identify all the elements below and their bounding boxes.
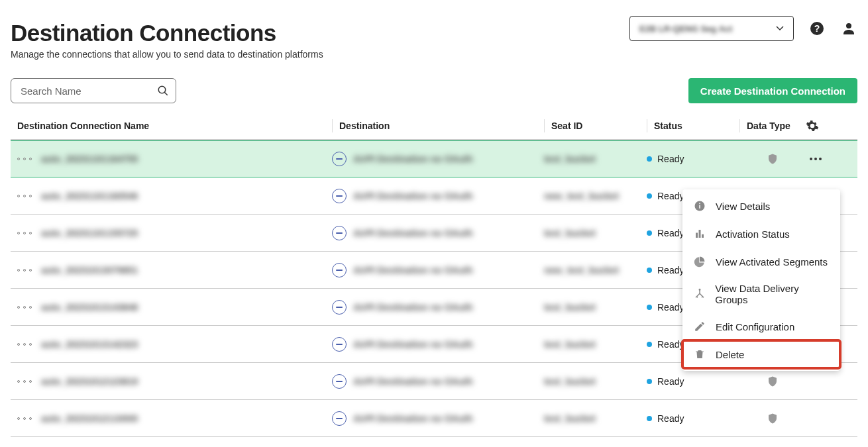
destination-label: AirPI Destination no OAuth [353,154,472,164]
menu-view-details[interactable]: View Details [682,192,840,220]
status-label: Ready [657,191,684,201]
menu-activation-status[interactable]: Activation Status [682,220,840,248]
table-row[interactable]: auto_20231012110000 AirPI Destination no… [11,400,857,437]
menu-view-activated-segments[interactable]: View Activated Segments [682,248,840,275]
seat-id: test_bucket [544,339,596,350]
connection-name: auto_20231101164755 [41,154,138,164]
col-header-data-type[interactable]: Data Type [739,119,806,132]
status-label: Ready [657,265,684,275]
menu-item-label: Edit Configuration [716,321,794,332]
seat-id: test_bucket [544,154,596,164]
seat-id: new_test_bucket [544,265,619,275]
svg-point-11 [699,289,700,291]
svg-rect-10 [702,234,704,238]
status-dot-icon [647,268,652,273]
seat-id: test_bucket [544,413,596,424]
menu-item-label: Activation Status [716,228,790,240]
status-label: Ready [657,339,684,350]
account-selector[interactable]: E2B LR-QENG Seg Act [629,16,794,41]
destination-badge-icon [332,337,347,352]
connection-name: auto_20231101160546 [41,191,138,201]
col-header-seat[interactable]: Seat ID [544,119,647,132]
svg-rect-9 [699,230,701,238]
svg-point-3 [158,86,166,93]
chevron-down-icon [776,26,784,31]
connection-icon [17,415,32,422]
create-destination-connection-button[interactable]: Create Destination Connection [688,78,857,103]
col-header-name[interactable]: Destination Connection Name [17,121,332,131]
search-icon [157,85,169,97]
destination-badge-icon [332,374,347,389]
svg-point-2 [846,23,851,28]
destination-badge-icon [332,263,347,277]
connection-name: auto_20231013143848 [41,302,138,313]
connection-icon [17,303,32,311]
connection-name: auto_20231012123819 [41,376,138,387]
row-more-actions-button[interactable] [806,158,826,160]
status-dot-icon [647,342,652,347]
connection-icon [17,340,32,348]
bar-chart-icon [693,227,706,240]
info-icon [693,199,706,213]
status-label: Ready [657,413,684,424]
search-input-container[interactable] [11,78,176,103]
trash-icon [693,348,706,361]
page-subtitle: Manage the connections that allow you to… [11,49,323,60]
menu-view-data-delivery-groups[interactable]: View Data Delivery Groups [682,275,840,313]
status-dot-icon [647,193,652,199]
col-header-destination[interactable]: Destination [332,119,544,132]
branch-icon [693,287,706,301]
destination-badge-icon [332,411,347,426]
svg-rect-7 [699,203,700,205]
help-icon[interactable]: ? [808,20,826,37]
table-settings-icon[interactable] [806,119,819,132]
connection-name: auto_20231013142323 [41,339,138,350]
menu-item-label: View Activated Segments [716,256,828,268]
destination-badge-icon [332,300,347,315]
shield-icon [767,152,779,166]
svg-line-4 [164,92,168,95]
pencil-icon [693,320,706,333]
menu-delete[interactable]: Delete [682,340,840,368]
table-header: Destination Connection Name Destination … [11,113,857,140]
user-profile-icon[interactable] [840,20,857,37]
menu-item-label: View Details [716,201,770,212]
seat-id: test_bucket [544,302,596,313]
connection-name: auto_20231101155725 [41,228,138,238]
connection-name: auto_20231012110000 [41,413,138,424]
destination-label: AirPI Destination no OAuth [353,228,472,238]
menu-item-label: Delete [716,349,744,360]
shield-icon [767,412,779,425]
menu-edit-configuration[interactable]: Edit Configuration [682,313,840,340]
connection-icon [17,266,32,274]
account-selector-label: E2B LR-QENG Seg Act [639,24,732,34]
col-header-status[interactable]: Status [647,119,739,132]
status-dot-icon [647,379,652,384]
pie-chart-icon [693,255,706,268]
search-input[interactable] [19,85,157,97]
connection-icon [17,155,32,163]
destination-label: AirPI Destination no OAuth [353,191,472,201]
status-dot-icon [647,416,652,421]
table-row[interactable]: auto_20231101164755 AirPI Destination no… [11,140,857,177]
connection-icon [17,377,32,385]
destination-label: AirPI Destination no OAuth [353,265,472,275]
status-label: Ready [657,154,684,164]
destination-badge-icon [332,189,347,203]
svg-rect-8 [696,233,698,238]
svg-rect-6 [699,205,700,209]
shield-icon [767,375,779,388]
destination-label: AirPI Destination no OAuth [353,339,472,350]
seat-id: test_bucket [544,228,596,238]
destination-badge-icon [332,152,347,166]
seat-id: new_test_bucket [544,191,619,201]
row-actions-menu: View Details Activation Status View Acti… [682,189,840,371]
svg-text:?: ? [814,23,820,34]
status-label: Ready [657,302,684,313]
status-label: Ready [657,228,684,238]
page-title: Destination Connections [11,20,323,46]
status-dot-icon [647,305,652,310]
status-dot-icon [647,156,652,162]
destination-label: AirPI Destination no OAuth [353,376,472,387]
seat-id: test_bucket [544,376,596,387]
